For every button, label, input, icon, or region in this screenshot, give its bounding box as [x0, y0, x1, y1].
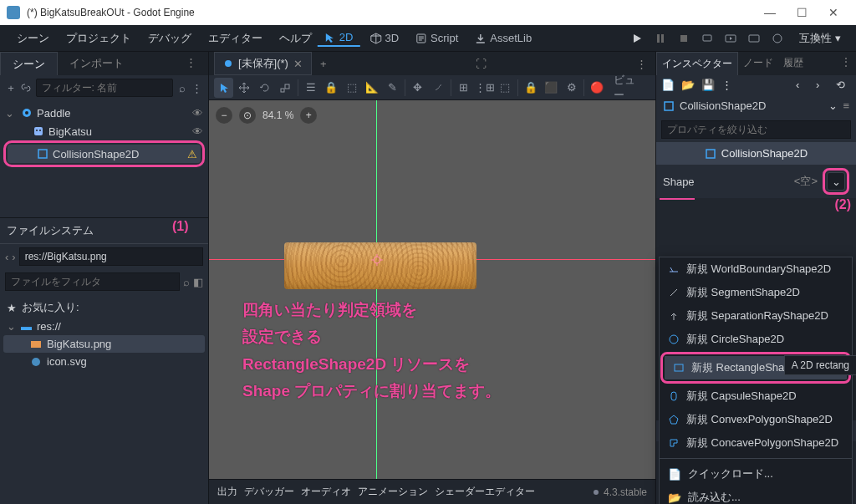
zoom-out-button[interactable]: − [216, 107, 232, 124]
ruler2-tool[interactable]: ⟋ [429, 78, 448, 98]
window-minimize[interactable]: — [754, 6, 786, 19]
fs-path-input[interactable] [19, 247, 203, 266]
inspector-filter-input[interactable] [661, 120, 851, 139]
close-tab-icon[interactable]: ✕ [293, 58, 303, 70]
list-tool[interactable]: ☰ [301, 78, 320, 98]
bone-tool[interactable]: ⚙ [562, 78, 581, 98]
dd-circle[interactable]: 新規 CircleShape2D [660, 328, 852, 351]
history-menu-icon[interactable]: ⟲ [836, 79, 851, 91]
tab-node[interactable]: ノード [738, 52, 778, 75]
window-close[interactable]: ✕ [818, 6, 849, 19]
scene-filter-input[interactable] [36, 79, 173, 97]
bottom-tab-animation[interactable]: アニメーション [358, 485, 428, 499]
search-icon[interactable]: ⌕ [176, 79, 188, 96]
move-tool[interactable] [234, 78, 253, 98]
pan-tool[interactable]: ✥ [408, 78, 427, 98]
remote-run-icon[interactable] [699, 30, 716, 47]
history-back-icon[interactable]: ‹ [796, 79, 811, 91]
lock-sel[interactable]: 🔒 [521, 78, 540, 98]
menu-project[interactable]: プロジェクト [58, 31, 140, 46]
menu-debug[interactable]: デバッグ [140, 31, 200, 46]
mode-assetlib[interactable]: AssetLib [468, 29, 538, 47]
tab-inspector[interactable]: インスペクター [656, 52, 738, 75]
section-header-collisionshape2d[interactable]: CollisionShape2D [656, 142, 856, 165]
mode-script[interactable]: Script [409, 29, 465, 47]
property-shape-dropdown[interactable]: ⌄ [827, 172, 845, 191]
pen-tool[interactable]: ✎ [383, 78, 402, 98]
save-resource-icon[interactable]: 💾 [701, 79, 716, 91]
tab-scene[interactable]: シーン [0, 52, 58, 75]
history-fwd-icon[interactable]: › [816, 79, 831, 91]
snap-options[interactable]: ⋮⊞ [475, 78, 495, 98]
new-scene-button[interactable]: + [312, 58, 335, 70]
movie-button[interactable] [769, 30, 786, 47]
distraction-free-icon[interactable]: ⛶ [467, 58, 495, 70]
tree-root-paddle[interactable]: ⌄ Paddle 👁 [2, 104, 206, 122]
window-maximize[interactable]: ☐ [786, 6, 818, 19]
menu-scene[interactable]: シーン [8, 31, 58, 46]
view-dropdown[interactable]: ビュー [609, 78, 650, 98]
menu-help[interactable]: ヘルプ [271, 31, 320, 46]
tree-item-collisionshape2d[interactable]: CollisionShape2D ⚠ [8, 145, 201, 163]
play-button[interactable] [629, 30, 645, 47]
new-resource-icon[interactable]: 📄 [661, 79, 676, 91]
play-custom-button[interactable] [746, 30, 762, 47]
scene-tab-unsaved[interactable]: [未保存](*) ✕ [214, 52, 312, 75]
tab-history[interactable]: 履歴 [778, 52, 808, 75]
render-mode[interactable]: 互換性 ▾ [792, 29, 848, 48]
tab-import[interactable]: インポート [58, 52, 135, 75]
anim-tool[interactable]: 🔴 [587, 78, 606, 98]
stop-button[interactable] [675, 30, 692, 47]
group-tool[interactable]: ⬚ [342, 78, 361, 98]
scale-tool[interactable] [275, 78, 294, 98]
menu-editor[interactable]: エディター [200, 31, 271, 46]
zoom-in-button[interactable]: + [300, 107, 317, 124]
bottom-tab-debugger[interactable]: デバッガー [244, 485, 294, 499]
visibility-toggle-icon[interactable]: 👁 [192, 125, 203, 138]
dd-quickload[interactable]: 📄クイックロード... [660, 462, 852, 486]
doc-icon[interactable]: ≡ [843, 99, 849, 112]
inspector-object-row[interactable]: CollisionShape2D ⌄ ≡ [656, 94, 856, 117]
dock-menu-icon[interactable]: ⋮ [836, 52, 856, 75]
fs-fwd-button[interactable]: › [12, 251, 15, 263]
add-node-button[interactable]: + [5, 79, 17, 96]
dd-load[interactable]: 📂読み込む... [660, 486, 852, 504]
dd-separationray[interactable]: 新規 SeparationRayShape2D [660, 304, 852, 328]
load-resource-icon[interactable]: 📂 [681, 79, 696, 91]
mode-2d[interactable]: 2D [318, 29, 360, 47]
tree-item-bigkatsu[interactable]: BigKatsu 👁 [2, 122, 206, 140]
dd-convex[interactable]: 新規 ConvexPolygonShape2D [660, 408, 852, 431]
fs-item-iconsvg[interactable]: icon.svg [3, 353, 205, 370]
fs-item-bigkatsu[interactable]: BigKatsu.png [3, 335, 205, 353]
scene-menu-icon[interactable]: ⋮ [628, 58, 655, 70]
snap-toggle[interactable]: ⊞ [454, 78, 473, 98]
zoom-reset-button[interactable]: ⊙ [239, 107, 256, 124]
dropdown-caret-icon[interactable]: ⌄ [828, 99, 838, 112]
dd-worldboundary[interactable]: 新規 WorldBoundaryShape2D [660, 257, 852, 281]
sprite-bigkatsu[interactable] [284, 242, 476, 289]
dd-capsule[interactable]: 新規 CapsuleShape2D [660, 384, 852, 408]
group-sel[interactable]: ⬛ [542, 78, 561, 98]
bottom-tab-shader[interactable]: シェーダーエディター [435, 485, 535, 499]
visibility-toggle-icon[interactable]: 👁 [192, 107, 203, 120]
link-node-button[interactable] [20, 79, 32, 96]
lock-tool[interactable]: 🔒 [321, 78, 340, 98]
fs-favorites[interactable]: ★ お気に入り: [3, 298, 205, 318]
snap-smart[interactable]: ⬚ [496, 78, 515, 98]
fs-back-button[interactable]: ‹ [5, 251, 8, 263]
mode-3d[interactable]: 3D [363, 29, 405, 47]
fs-root[interactable]: ⌄ ▬ res:// [3, 318, 205, 335]
dd-segment[interactable]: 新規 SegmentShape2D [660, 281, 852, 304]
resource-menu-icon[interactable]: ⋮ [721, 79, 736, 91]
dd-concave[interactable]: 新規 ConcavePolygonShape2D [660, 431, 852, 455]
bottom-tab-audio[interactable]: オーディオ [301, 485, 351, 499]
2d-viewport[interactable]: − ⊙ 84.1 % + [209, 100, 655, 479]
fs-split-icon[interactable]: ◧ [193, 276, 203, 288]
search-icon[interactable]: ⌕ [183, 276, 190, 288]
ruler-tool[interactable]: 📐 [362, 78, 381, 98]
pause-button[interactable] [652, 30, 669, 47]
play-scene-button[interactable] [722, 30, 739, 47]
bottom-tab-output[interactable]: 出力 [217, 485, 237, 499]
dock-menu-icon[interactable]: ⋮ [174, 52, 208, 75]
fs-filter-input[interactable] [5, 272, 180, 291]
